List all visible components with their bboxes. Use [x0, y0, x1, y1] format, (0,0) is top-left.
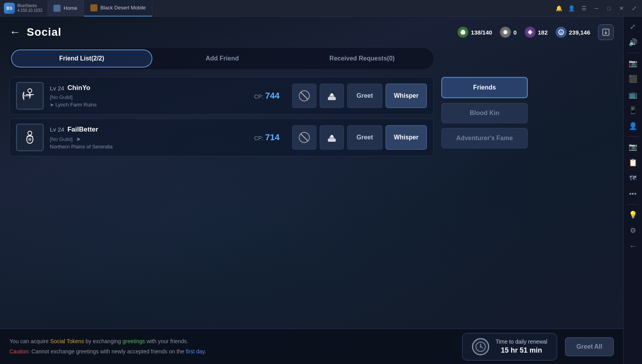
maximize-icon[interactable]: □ [605, 4, 613, 12]
friend-cp-chinyo: CP: 744 [254, 91, 280, 101]
home-tab-icon [53, 5, 60, 12]
bottom-text: You can acquire Social Tokens by exchang… [9, 337, 454, 356]
panel-btn-blood-kin[interactable]: Blood Kin [441, 103, 528, 123]
export-button[interactable] [598, 24, 614, 40]
sidebar-record-icon[interactable]: ⬛ [626, 72, 640, 86]
friends-list: Lv 24 ChinYo [No Guild] ➤ Lynch Farm Rui… [9, 77, 433, 160]
bluestacks-bar: BS BlueStacks4.150.10.1032 Home Black De… [0, 0, 642, 16]
greet-button-failbetter[interactable]: Greet [347, 125, 382, 150]
friend-name-failbetter: FailBetter [68, 126, 98, 134]
bs-version: BlueStacks4.150.10.1032 [17, 4, 42, 13]
svg-line-21 [301, 134, 308, 141]
gray-value: 0 [513, 29, 516, 36]
friend-info-failbetter: Lv 24 FailBetter [No Guild] ➤ Northern P… [50, 126, 248, 150]
resource-gray: 0 [500, 27, 516, 38]
friend-guild-chinyo: [No Guild] [50, 94, 248, 100]
menu-icon[interactable]: ☰ [580, 4, 588, 12]
avatar-chinyo [16, 82, 44, 110]
sidebar-tv-icon[interactable]: 📺 [626, 88, 640, 102]
sidebar-divider-2 [627, 136, 639, 137]
panel-btn-friends[interactable]: Friends [441, 77, 528, 98]
svg-rect-13 [328, 97, 336, 100]
sidebar-sound-icon[interactable]: 🔊 [626, 35, 640, 49]
page-title: Social [27, 26, 61, 38]
location-name-fb: Northern Plains of Serendia [50, 144, 113, 150]
tab-received-requests[interactable]: Received Requests(0) [292, 50, 432, 67]
tab-home[interactable]: Home [47, 0, 84, 16]
renewal-time: 15 hr 51 min [496, 346, 547, 355]
sidebar-expand-icon[interactable]: ⤢ [626, 20, 640, 34]
minimize-icon[interactable]: ─ [593, 4, 600, 12]
sidebar-more-icon[interactable]: ••• [626, 187, 640, 201]
sidebar-back-icon[interactable]: ← [626, 239, 640, 253]
bs-controls: 🔔 👤 ☰ ─ □ ✕ ⤢ [555, 4, 642, 12]
svg-text:$: $ [560, 31, 562, 35]
bottom-bar: You can acquire Social Tokens by exchang… [0, 329, 623, 364]
coin-icon: $ [556, 27, 567, 38]
leaf-icon [457, 27, 468, 38]
teleport-button-failbetter[interactable] [320, 125, 344, 150]
greet-button-chinyo[interactable]: Greet [347, 84, 382, 108]
notification-icon[interactable]: 🔔 [555, 4, 563, 12]
sidebar-camera-icon[interactable]: 📷 [626, 140, 640, 154]
sidebar-divider-3 [627, 204, 639, 205]
panel-btn-adventurer-fame[interactable]: Adventurer's Fame [441, 128, 528, 148]
friend-row: Lv 24 ChinYo [No Guild] ➤ Lynch Farm Rui… [9, 77, 433, 115]
svg-marker-10 [30, 95, 31, 97]
friend-name-row: Lv 24 ChinYo [50, 84, 248, 92]
tab-bar: Friend List(2/2) Add Friend Received Req… [9, 48, 433, 69]
cp-label-fb: CP: [254, 135, 263, 141]
cp-label: CP: [254, 93, 263, 100]
sidebar-light-icon[interactable]: 💡 [626, 208, 640, 222]
whisper-button-chinyo[interactable]: Whisper [386, 84, 427, 108]
greet-all-button[interactable]: Greet All [565, 337, 614, 356]
svg-line-12 [301, 92, 308, 99]
friend-row-failbetter: Lv 24 FailBetter [No Guild] ➤ Northern P… [9, 119, 433, 156]
account-icon[interactable]: 👤 [567, 4, 575, 12]
gray-orb-icon [500, 27, 511, 38]
sidebar-map-icon[interactable]: 🗺 [626, 171, 640, 185]
expand-icon[interactable]: ⤢ [630, 4, 638, 12]
tab-friend-list[interactable]: Friend List(2/2) [11, 49, 152, 68]
home-tab-label: Home [64, 5, 77, 11]
friend-name-row-fb: Lv 24 FailBetter [50, 126, 248, 134]
sidebar-user-icon[interactable]: 👤 [626, 119, 640, 133]
bluestacks-logo: BS BlueStacks4.150.10.1032 [0, 3, 47, 14]
tab-add-friend[interactable]: Add Friend [152, 50, 292, 67]
sidebar-clipboard-icon[interactable]: 📋 [626, 155, 640, 170]
friend-name-chinyo: ChinYo [68, 84, 90, 92]
svg-point-5 [28, 89, 32, 93]
block-button-failbetter[interactable] [292, 125, 316, 150]
page-header: ← Social 138/140 0 [9, 24, 614, 40]
main-content: ← Social 138/140 0 [0, 16, 623, 364]
friend-level-chinyo: Lv 24 [50, 85, 64, 91]
svg-point-27 [480, 346, 481, 348]
clock-icon [472, 338, 489, 355]
sidebar-settings-icon[interactable]: ⚙ [626, 223, 640, 238]
back-button[interactable]: ← [9, 27, 20, 38]
caution-label: Caution [9, 348, 28, 355]
svg-point-14 [331, 93, 333, 96]
close-icon[interactable]: ✕ [618, 4, 626, 12]
bdm-tab-label: Black Desert Mobile [101, 5, 146, 11]
svg-point-15 [28, 131, 32, 135]
location-name: Lynch Farm Ruins [55, 102, 97, 108]
friend-cp-failbetter: CP: 714 [254, 132, 280, 143]
right-panel: Friends Blood Kin Adventurer's Fame [441, 77, 528, 160]
svg-point-19 [28, 138, 31, 141]
friend-level-failbetter: Lv 24 [50, 126, 64, 133]
sidebar-screenshot-icon[interactable]: 📷 [626, 56, 640, 70]
friend-location-chinyo: ➤ Lynch Farm Ruins [50, 102, 248, 108]
renewal-box: Time to daily renewal 15 hr 51 min [462, 333, 557, 360]
block-button-chinyo[interactable] [292, 84, 316, 108]
right-sidebar: ⤢ 🔊 📷 ⬛ 📺 📱 👤 📷 📋 🗺 ••• 💡 ⚙ ← [623, 16, 642, 364]
teleport-button-chinyo[interactable] [320, 84, 344, 108]
gem-icon [525, 27, 536, 38]
gem-value: 182 [538, 29, 548, 36]
svg-rect-22 [328, 139, 336, 142]
sidebar-phone-icon[interactable]: 📱 [626, 103, 640, 117]
tab-black-desert[interactable]: Black Desert Mobile [84, 0, 153, 16]
friend-guild-failbetter: [No Guild] ➤ [50, 136, 248, 142]
whisper-button-failbetter[interactable]: Whisper [386, 125, 427, 150]
social-tokens-text: Social Tokens [50, 338, 84, 344]
